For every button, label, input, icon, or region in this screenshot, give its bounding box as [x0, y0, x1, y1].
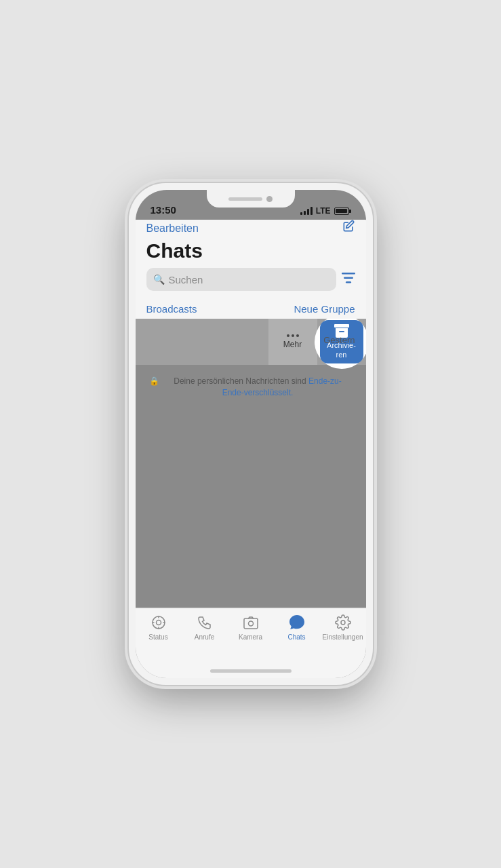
status-icons: LTE [300, 206, 351, 216]
info-text-area: 🔒 Deine persönlichen Nachrichten sind En… [136, 365, 366, 410]
chats-icon [288, 614, 306, 631]
header: Bearbeiten Chats 🔍 Suchen [136, 220, 366, 299]
edit-button[interactable]: Bearbeiten [146, 222, 199, 235]
status-time: 13:50 [151, 204, 176, 216]
svg-point-13 [341, 620, 345, 625]
tab-label-einstellungen: Einstellungen [322, 633, 363, 641]
svg-rect-1 [344, 277, 353, 279]
signal-bar-2 [304, 211, 306, 215]
tab-label-status: Status [148, 633, 167, 641]
search-placeholder: Suchen [169, 274, 203, 285]
home-bar [210, 669, 292, 673]
info-text: Deine persönlichen Nachrichten sind Ende… [163, 376, 353, 399]
signal-bars [300, 207, 313, 215]
compose-icon [342, 220, 355, 233]
search-icon: 🔍 [153, 274, 165, 285]
header-top: Bearbeiten [146, 220, 355, 237]
app-content: Bearbeiten Chats 🔍 Suchen [136, 220, 366, 678]
chat-list-area: Gestern Mehr [136, 319, 366, 608]
einstellungen-icon [334, 614, 352, 631]
neue-gruppe-button[interactable]: Neue Gruppe [294, 303, 355, 315]
home-indicator [136, 663, 366, 678]
svg-point-12 [248, 621, 253, 626]
kamera-icon [242, 614, 260, 631]
mehr-label: Mehr [283, 340, 302, 349]
tab-item-chats[interactable]: Chats [277, 614, 317, 641]
svg-rect-0 [342, 273, 355, 275]
mehr-dots-icon [287, 334, 299, 337]
lte-indicator: LTE [316, 206, 331, 216]
lock-icon: 🔒 [149, 376, 159, 386]
svg-rect-2 [346, 281, 351, 283]
search-bar[interactable]: 🔍 Suchen [146, 268, 336, 291]
broadcasts-button[interactable]: Broadcasts [146, 303, 197, 315]
svg-rect-11 [244, 618, 258, 629]
page-title: Chats [146, 239, 355, 262]
signal-bar-3 [307, 209, 309, 215]
screen: 13:50 LTE [136, 190, 366, 678]
chat-item-container: Gestern Mehr [136, 319, 366, 365]
mehr-button[interactable]: Mehr [268, 319, 317, 365]
svg-rect-4 [339, 331, 344, 332]
tab-bar: Status Anrufe [136, 608, 366, 663]
filter-icon[interactable] [342, 272, 355, 288]
svg-point-6 [156, 620, 161, 625]
anrufe-icon [196, 614, 214, 631]
svg-rect-3 [334, 324, 349, 328]
speaker [228, 197, 262, 201]
svg-point-5 [153, 616, 165, 629]
tab-label-anrufe: Anrufe [195, 633, 214, 641]
tab-item-anrufe[interactable]: Anrufe [184, 614, 225, 641]
tab-label-kamera: Kamera [239, 633, 262, 641]
signal-bar-4 [310, 207, 313, 215]
tab-item-status[interactable]: Status [138, 614, 179, 641]
compose-button[interactable] [342, 220, 355, 237]
chat-timestamp: Gestern [323, 335, 355, 345]
quick-actions: Broadcasts Neue Gruppe [136, 299, 366, 319]
signal-bar-1 [300, 212, 302, 215]
notch [207, 190, 295, 208]
tab-label-chats: Chats [287, 633, 305, 641]
phone-shell: 13:50 LTE [129, 183, 373, 685]
status-icon [150, 614, 167, 631]
battery-icon [334, 208, 351, 215]
search-container: 🔍 Suchen [146, 268, 355, 291]
tab-item-kamera[interactable]: Kamera [231, 614, 271, 641]
front-camera [266, 196, 273, 202]
tab-item-einstellungen[interactable]: Einstellungen [323, 614, 363, 641]
